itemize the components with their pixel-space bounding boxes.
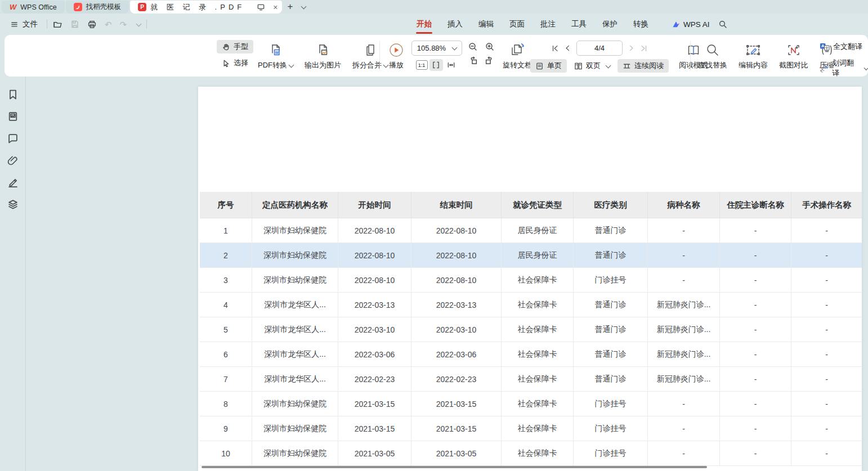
ribbon-toolbar: 手型 选择 W PDF转换 输出为图片 拆分合并 — [5, 35, 868, 77]
table-row[interactable]: 3 深圳市妇幼保健院 2022-08-10 2022-08-10 社会保障卡 门… — [200, 268, 862, 293]
menu-tab[interactable]: 批注 — [533, 14, 563, 35]
continuous-reading-icon — [623, 62, 631, 70]
select-tool-button[interactable]: 选择 — [217, 56, 253, 70]
cell-disease-name: - — [648, 243, 720, 268]
table-row[interactable]: 1 深圳市妇幼保健院 2022-08-10 2022-08-10 居民身份证 普… — [200, 218, 862, 243]
table-row[interactable]: 8 深圳市妇幼保健院 2021-03-15 2021-03-15 社会保障卡 门… — [200, 392, 862, 416]
window-tab-bar: W WPS Office 找稻壳模板 P 就 医 记 录 .PDF × + — [0, 0, 868, 14]
single-page-button[interactable]: 单页 — [530, 59, 567, 73]
table-header-cell: 定点医药机构名称 — [252, 192, 338, 218]
cell-disease-name: - — [648, 218, 720, 243]
cell-start-date: 2022-03-13 — [338, 293, 411, 317]
menu-tab[interactable]: 编辑 — [471, 14, 502, 35]
toolbar-divider — [690, 41, 691, 70]
last-page-icon[interactable] — [640, 44, 648, 52]
rotate-right-icon[interactable] — [485, 56, 494, 65]
cell-diagnosis-name: - — [720, 441, 791, 466]
redo-icon[interactable]: ↷ — [120, 20, 127, 29]
table-row[interactable]: 7 深圳市龙华区人... 2022-02-23 2022-02-23 社会保障卡… — [200, 367, 862, 392]
print-icon[interactable] — [87, 20, 97, 29]
table-row[interactable]: 2 深圳市妇幼保健院 2022-08-10 2022-08-10 居民身份证 普… — [200, 243, 862, 268]
menu-tab[interactable]: 开始 — [409, 14, 440, 35]
menu-tab[interactable]: 插入 — [440, 14, 471, 35]
previous-page-icon[interactable] — [564, 44, 571, 52]
wps-logo-icon: W — [10, 3, 16, 11]
cell-diagnosis-name: - — [720, 416, 791, 441]
close-tab-icon[interactable]: × — [273, 3, 278, 12]
table-horizontal-scrollbar[interactable] — [202, 466, 707, 468]
layers-icon[interactable] — [7, 199, 19, 210]
pdf-convert-button[interactable]: W PDF转换 — [256, 41, 296, 71]
tab-document-pdf[interactable]: P 就 医 记 录 .PDF × — [130, 1, 282, 14]
table-row[interactable]: 6 深圳市龙华区人... 2022-03-06 2022-03-06 社会保障卡… — [200, 342, 862, 367]
open-folder-icon[interactable] — [53, 20, 62, 29]
cell-medical-category: 门诊挂号 — [574, 392, 648, 416]
file-menu-button[interactable]: 文件 — [7, 17, 41, 32]
cell-end-date: 2022-08-10 — [411, 243, 502, 268]
menu-tab[interactable]: 转换 — [625, 14, 656, 35]
continuous-reading-button[interactable]: 连续阅读 — [618, 59, 669, 73]
fit-width-button[interactable] — [445, 59, 458, 71]
table-row[interactable]: 4 深圳市龙华区人... 2022-03-13 2022-03-13 社会保障卡… — [200, 293, 862, 317]
undo-icon[interactable]: ↶ — [105, 20, 112, 29]
menu-search-button[interactable] — [713, 20, 733, 29]
zoom-level-select[interactable]: 105.88% — [411, 41, 462, 56]
full-text-translate-icon: A文 — [820, 42, 830, 51]
cell-medical-category: 普通门诊 — [574, 218, 648, 243]
new-tab-button[interactable]: + — [283, 0, 297, 14]
cell-start-date: 2022-02-23 — [338, 367, 411, 392]
zoom-out-icon[interactable] — [468, 42, 478, 52]
word-translate-button[interactable]: 文A 划词翻译 — [820, 58, 868, 78]
cell-start-date: 2021-03-15 — [338, 392, 411, 416]
table-row[interactable]: 5 深圳市龙华区人... 2022-03-10 2022-03-10 社会保障卡… — [200, 317, 862, 342]
wps-ai-button[interactable]: WPS AI — [665, 20, 717, 29]
attachment-icon[interactable] — [7, 155, 19, 166]
menu-tab[interactable]: 工具 — [563, 14, 594, 35]
monitor-icon[interactable] — [257, 3, 265, 11]
rotate-left-icon[interactable] — [468, 56, 478, 65]
cell-disease-name: 新冠肺炎门诊... — [648, 342, 720, 367]
cell-seq: 10 — [200, 441, 252, 466]
signature-icon[interactable] — [7, 177, 19, 188]
page-indicator-input[interactable]: 4/4 — [576, 41, 623, 56]
thumbnails-icon[interactable] — [7, 111, 19, 122]
bookmark-icon[interactable] — [7, 89, 19, 100]
hand-tool-button[interactable]: 手型 — [217, 40, 253, 53]
chevron-down-icon — [301, 3, 307, 9]
table-row[interactable]: 9 深圳市妇幼保健院 2021-03-15 2021-03-15 社会保障卡 门… — [200, 416, 862, 441]
find-replace-button[interactable]: 查找替换 — [696, 41, 730, 71]
cell-operation-name: - — [791, 441, 862, 466]
cell-operation-name: - — [791, 268, 862, 293]
comment-icon[interactable] — [7, 133, 19, 144]
menu-tab[interactable]: 保护 — [594, 14, 625, 35]
table-body: 1 深圳市妇幼保健院 2022-08-10 2022-08-10 居民身份证 普… — [200, 218, 862, 466]
quick-access-chevron-icon[interactable] — [136, 21, 142, 26]
play-label: 播放 — [389, 60, 404, 70]
cell-diagnosis-name: - — [720, 317, 791, 342]
tab-list-button[interactable] — [297, 0, 308, 14]
split-merge-button[interactable]: 拆分合并 — [350, 41, 390, 71]
rotate-document-button[interactable]: 旋转文档 — [500, 41, 534, 71]
export-image-button[interactable]: 输出为图片 — [302, 41, 343, 71]
edit-content-button[interactable]: 编辑内容 — [736, 41, 770, 71]
double-page-button[interactable]: 双页 — [569, 59, 615, 73]
first-page-icon[interactable] — [551, 44, 559, 52]
table-header-cell: 结束时间 — [411, 192, 502, 218]
table-row[interactable]: 10 深圳市妇幼保健院 2021-03-05 2021-03-05 社会保障卡 … — [200, 441, 862, 466]
continuous-reading-label: 连续阅读 — [634, 61, 664, 71]
screenshot-compare-button[interactable]: 截图对比 — [777, 41, 811, 71]
next-page-icon[interactable] — [628, 44, 635, 52]
save-icon[interactable] — [70, 20, 79, 29]
split-merge-label: 拆分合并 — [352, 60, 382, 70]
actual-size-button[interactable]: 1:1 — [416, 60, 428, 70]
tab-label: 找稻壳模板 — [86, 2, 122, 12]
full-text-translate-button[interactable]: A文 全文翻译 — [820, 42, 868, 52]
tab-wps-office[interactable]: W WPS Office — [2, 1, 65, 14]
menu-tab-label: 页面 — [509, 19, 525, 29]
tab-docer-templates[interactable]: 找稻壳模板 — [66, 1, 129, 14]
play-button[interactable]: 播放 — [387, 41, 406, 71]
zoom-in-icon[interactable] — [485, 42, 495, 52]
fit-page-button[interactable] — [429, 59, 443, 71]
menu-tab[interactable]: 页面 — [502, 14, 533, 35]
page-indicator-value: 4/4 — [594, 44, 605, 52]
